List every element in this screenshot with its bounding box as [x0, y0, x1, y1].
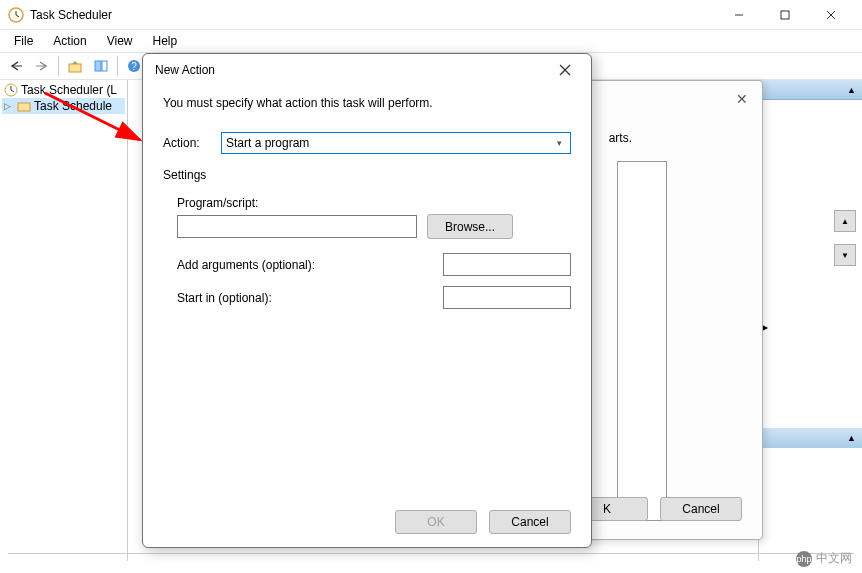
action-dropdown-value: Start a program [226, 136, 309, 150]
back-button[interactable] [4, 55, 28, 77]
svg-rect-11 [102, 61, 107, 71]
ok-button[interactable]: OK [395, 510, 477, 534]
bg-cancel-button[interactable]: Cancel [660, 497, 742, 521]
tree-child[interactable]: ▷ Task Schedule [2, 98, 125, 114]
watermark-text: 中文网 [816, 550, 852, 567]
program-script-input[interactable] [177, 215, 417, 238]
collapse-icon[interactable]: ▲ [847, 433, 856, 443]
collapse-icon[interactable]: ▲ [847, 85, 856, 95]
tree-child-label: Task Schedule [34, 99, 112, 113]
app-icon [8, 7, 24, 23]
clock-icon [4, 83, 18, 97]
dialog-close-button[interactable] [551, 56, 579, 84]
scroll-down-button[interactable]: ▼ [834, 244, 856, 266]
toolbar-separator [117, 56, 118, 76]
menu-bar: File Action View Help [0, 30, 862, 52]
tree-root[interactable]: Task Scheduler (L [2, 82, 125, 98]
bg-text-fragment: arts. [609, 131, 632, 145]
menu-action[interactable]: Action [43, 32, 96, 50]
program-script-label: Program/script: [177, 196, 571, 210]
svg-rect-4 [781, 11, 789, 19]
close-button[interactable] [808, 0, 854, 30]
new-action-dialog: New Action You must specify what action … [142, 53, 592, 548]
watermark-logo: php [796, 551, 812, 567]
details-pane-button[interactable] [89, 55, 113, 77]
folder-icon [17, 99, 31, 113]
expand-icon[interactable]: ▷ [4, 101, 14, 111]
arguments-input[interactable] [443, 253, 571, 276]
toolbar-separator [58, 56, 59, 76]
menu-file[interactable]: File [4, 32, 43, 50]
window-title: Task Scheduler [30, 8, 716, 22]
svg-line-16 [11, 90, 14, 92]
startin-label: Start in (optional): [177, 291, 272, 305]
tree-root-label: Task Scheduler (L [21, 83, 117, 97]
maximize-button[interactable] [762, 0, 808, 30]
nav-arrow-icon[interactable]: ▶ [759, 320, 850, 334]
startin-input[interactable] [443, 286, 571, 309]
dialog-titlebar: New Action [143, 54, 591, 86]
actions-subheader: ▲ [759, 428, 862, 448]
browse-button[interactable]: Browse... [427, 214, 513, 239]
status-bar-divider [8, 553, 854, 563]
action-dropdown[interactable]: Start a program ▾ [221, 132, 571, 154]
svg-rect-17 [18, 103, 30, 111]
chevron-down-icon: ▾ [557, 138, 566, 148]
svg-rect-9 [69, 64, 81, 72]
menu-help[interactable]: Help [143, 32, 188, 50]
svg-text:?: ? [131, 61, 137, 72]
up-folder-button[interactable] [63, 55, 87, 77]
svg-rect-10 [95, 61, 101, 71]
actions-header: ▲ [759, 80, 862, 100]
action-label: Action: [163, 136, 211, 150]
svg-line-2 [16, 15, 19, 17]
window-titlebar: Task Scheduler [0, 0, 862, 30]
scroll-up-button[interactable]: ▲ [834, 210, 856, 232]
cancel-button[interactable]: Cancel [489, 510, 571, 534]
settings-header: Settings [163, 168, 571, 182]
watermark: php 中文网 [796, 550, 852, 567]
dialog-title-text: New Action [155, 63, 551, 77]
arguments-label: Add arguments (optional): [177, 258, 315, 272]
actions-pane: ▲ ▲ ▼ ▶ ▲ [758, 80, 862, 561]
minimize-button[interactable] [716, 0, 762, 30]
menu-view[interactable]: View [97, 32, 143, 50]
tree-pane: Task Scheduler (L ▷ Task Schedule [0, 80, 128, 561]
close-icon[interactable]: ✕ [736, 91, 748, 107]
forward-button[interactable] [30, 55, 54, 77]
instruction-text: You must specify what action this task w… [163, 96, 571, 110]
bg-listbox [617, 161, 667, 521]
